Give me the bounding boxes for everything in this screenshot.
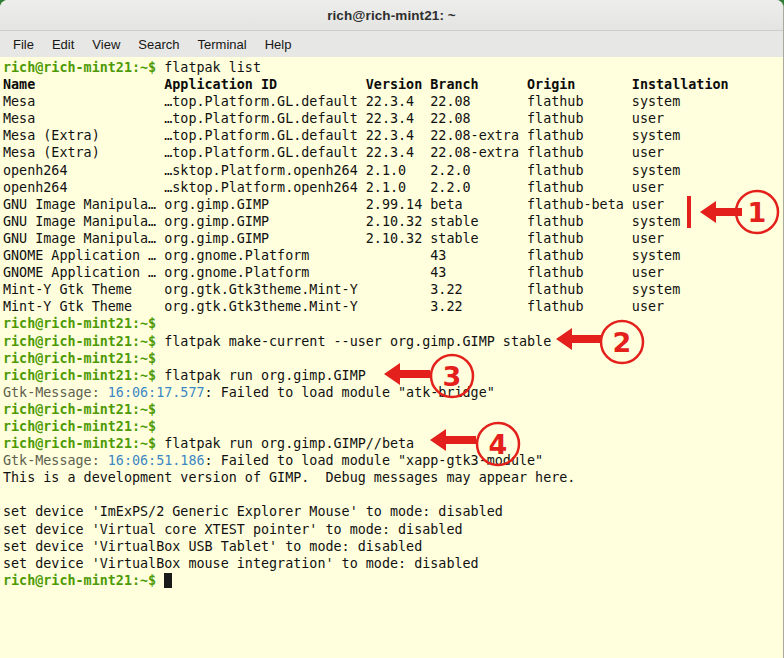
terminal-text-prompt: rich@rich-mint21:~$ bbox=[3, 351, 156, 366]
menu-item-edit[interactable]: Edit bbox=[43, 34, 83, 55]
terminal-line: rich@rich-mint21:~$ flatpak run org.gimp… bbox=[3, 367, 783, 384]
terminal-line: openh264 …sktop.Platform.openh264 2.1.0 … bbox=[3, 179, 783, 196]
terminal-text-blue: 16:06:17.577 bbox=[108, 385, 205, 400]
terminal-text-olive: Gtk-Message: bbox=[3, 385, 108, 400]
terminal-text-text: GNOME Application … org.gnome.Platform 4… bbox=[3, 265, 664, 280]
terminal-line: rich@rich-mint21:~$ bbox=[3, 350, 783, 367]
menu-item-search[interactable]: Search bbox=[129, 34, 188, 55]
terminal-line: Mesa …top.Platform.GL.default 22.3.4 22.… bbox=[3, 110, 783, 127]
terminal-line: GNU Image Manipula… org.gimp.GIMP 2.10.3… bbox=[3, 213, 783, 230]
terminal-text-text: flatpak list bbox=[164, 60, 261, 75]
terminal-text-text: Mesa …top.Platform.GL.default 22.3.4 22.… bbox=[3, 94, 680, 109]
terminal-text-text: : Failed to load module "atk-bridge" bbox=[205, 385, 495, 400]
menu-item-help[interactable]: Help bbox=[256, 34, 301, 55]
terminal-line: openh264 …sktop.Platform.openh264 2.1.0 … bbox=[3, 162, 783, 179]
terminal-text-text: : Failed to load module "xapp-gtk3-modul… bbox=[205, 453, 544, 468]
terminal-line: GNU Image Manipula… org.gimp.GIMP 2.99.1… bbox=[3, 196, 783, 213]
terminal-text-text: This is a development version of GIMP. D… bbox=[3, 470, 575, 485]
terminal-line: Mint-Y Gtk Theme org.gtk.Gtk3theme.Mint-… bbox=[3, 298, 783, 315]
terminal-line bbox=[3, 486, 783, 503]
terminal-line: Mint-Y Gtk Theme org.gtk.Gtk3theme.Mint-… bbox=[3, 281, 783, 298]
terminal-text-text: flatpak run org.gimp.GIMP bbox=[164, 368, 366, 383]
terminal-line: rich@rich-mint21:~$ bbox=[3, 418, 783, 435]
terminal-text-text: Mesa (Extra) …top.Platform.GL.default 22… bbox=[3, 145, 664, 160]
terminal-text-prompt: rich@rich-mint21:~$ bbox=[3, 419, 156, 434]
terminal-text-prompt: rich@rich-mint21:~$ bbox=[3, 436, 164, 451]
terminal-text-text: GNU Image Manipula… org.gimp.GIMP 2.10.3… bbox=[3, 231, 664, 246]
menubar: FileEditViewSearchTerminalHelp bbox=[0, 31, 783, 58]
terminal-text-text: flatpak run org.gimp.GIMP//beta bbox=[164, 436, 414, 451]
terminal-line: rich@rich-mint21:~$ bbox=[3, 315, 783, 332]
terminal-text-prompt: rich@rich-mint21:~$ bbox=[3, 573, 164, 588]
terminal-line: set device 'VirtualBox USB Tablet' to mo… bbox=[3, 538, 783, 555]
terminal-text-text: openh264 …sktop.Platform.openh264 2.1.0 … bbox=[3, 163, 680, 178]
terminal-text-text: openh264 …sktop.Platform.openh264 2.1.0 … bbox=[3, 180, 664, 195]
terminal-line: rich@rich-mint21:~$ bbox=[3, 572, 783, 589]
terminal-text-text: flatpak make-current --user org.gimp.GIM… bbox=[164, 334, 551, 349]
terminal-text-text: set device 'VirtualBox mouse integration… bbox=[3, 556, 479, 571]
terminal-text-blue: 16:06:51.186 bbox=[108, 453, 205, 468]
terminal-line: Gtk-Message: 16:06:17.577: Failed to loa… bbox=[3, 384, 783, 401]
terminal-text-prompt: rich@rich-mint21:~$ bbox=[3, 368, 164, 383]
terminal-line: Mesa …top.Platform.GL.default 22.3.4 22.… bbox=[3, 93, 783, 110]
menu-item-terminal[interactable]: Terminal bbox=[189, 34, 256, 55]
terminal-line: Name Application ID Version Branch Origi… bbox=[3, 76, 783, 93]
terminal-text-text: set device 'VirtualBox USB Tablet' to mo… bbox=[3, 539, 422, 554]
terminal-text-text: Mint-Y Gtk Theme org.gtk.Gtk3theme.Mint-… bbox=[3, 282, 680, 297]
terminal-line: Mesa (Extra) …top.Platform.GL.default 22… bbox=[3, 144, 783, 161]
terminal-line: This is a development version of GIMP. D… bbox=[3, 469, 783, 486]
terminal-line: rich@rich-mint21:~$ flatpak make-current… bbox=[3, 333, 783, 350]
menu-item-file[interactable]: File bbox=[4, 34, 43, 55]
menu-item-view[interactable]: View bbox=[83, 34, 129, 55]
terminal-text-olive: Gtk-Message: bbox=[3, 453, 108, 468]
terminal-text-prompt: rich@rich-mint21:~$ bbox=[3, 60, 164, 75]
terminal-cursor bbox=[164, 573, 172, 588]
terminal-line: set device 'VirtualBox mouse integration… bbox=[3, 555, 783, 572]
terminal-window: rich@rich-mint21: ~ FileEditViewSearchTe… bbox=[0, 0, 784, 658]
terminal-text-prompt: rich@rich-mint21:~$ bbox=[3, 402, 156, 417]
titlebar[interactable]: rich@rich-mint21: ~ bbox=[0, 0, 783, 31]
terminal-text-text: set device 'ImExPS/2 Generic Explorer Mo… bbox=[3, 504, 503, 519]
window-title: rich@rich-mint21: ~ bbox=[327, 8, 456, 23]
terminal-line: Mesa (Extra) …top.Platform.GL.default 22… bbox=[3, 127, 783, 144]
terminal-text-text: GNU Image Manipula… org.gimp.GIMP 2.99.1… bbox=[3, 197, 664, 212]
terminal-text-prompt: rich@rich-mint21:~$ bbox=[3, 334, 164, 349]
terminal-text-text: Mesa …top.Platform.GL.default 22.3.4 22.… bbox=[3, 111, 664, 126]
terminal-text-text: Mint-Y Gtk Theme org.gtk.Gtk3theme.Mint-… bbox=[3, 299, 664, 314]
terminal-line: Gtk-Message: 16:06:51.186: Failed to loa… bbox=[3, 452, 783, 469]
terminal-line: set device 'Virtual core XTEST pointer' … bbox=[3, 521, 783, 538]
terminal-line: GNU Image Manipula… org.gimp.GIMP 2.10.3… bbox=[3, 230, 783, 247]
terminal-text-text: Mesa (Extra) …top.Platform.GL.default 22… bbox=[3, 128, 680, 143]
terminal-text-text: set device 'Virtual core XTEST pointer' … bbox=[3, 522, 463, 537]
terminal-line: rich@rich-mint21:~$ bbox=[3, 401, 783, 418]
terminal-text-header: Name Application ID Version Branch Origi… bbox=[3, 77, 729, 92]
terminal-text-text: GNU Image Manipula… org.gimp.GIMP 2.10.3… bbox=[3, 214, 680, 229]
terminal-line: set device 'ImExPS/2 Generic Explorer Mo… bbox=[3, 503, 783, 520]
terminal-line: GNOME Application … org.gnome.Platform 4… bbox=[3, 247, 783, 264]
terminal-line: GNOME Application … org.gnome.Platform 4… bbox=[3, 264, 783, 281]
terminal-output[interactable]: rich@rich-mint21:~$ flatpak listName App… bbox=[0, 57, 783, 658]
terminal-text-text: GNOME Application … org.gnome.Platform 4… bbox=[3, 248, 680, 263]
terminal-text-prompt: rich@rich-mint21:~$ bbox=[3, 316, 156, 331]
terminal-line: rich@rich-mint21:~$ flatpak list bbox=[3, 59, 783, 76]
terminal-line: rich@rich-mint21:~$ flatpak run org.gimp… bbox=[3, 435, 783, 452]
